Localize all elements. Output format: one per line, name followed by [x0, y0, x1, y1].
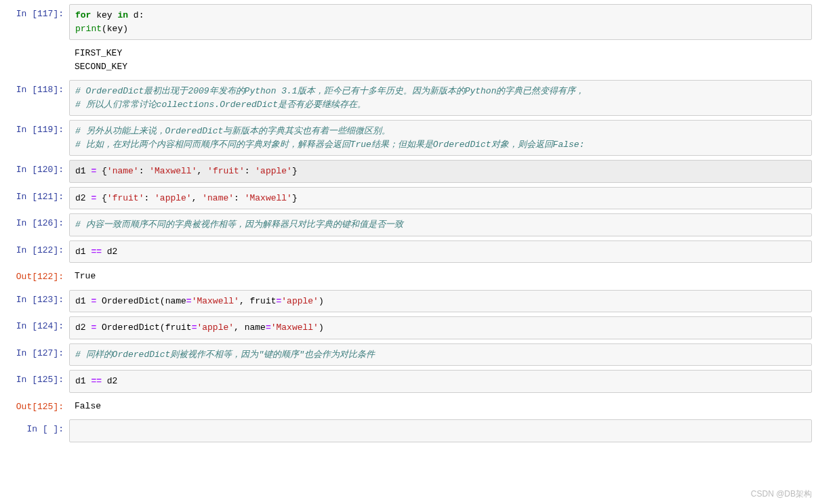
code-token: { — [96, 166, 107, 176]
code-token: : — [139, 166, 150, 176]
code-token: , name — [234, 322, 266, 333]
code-token: d2 — [75, 193, 91, 203]
output-prompt: Out[122]: — [4, 267, 69, 286]
code-input[interactable]: # 同样的OrderedDict则被视作不相等，因为"键的顺序"也会作为对比条件 — [69, 343, 812, 366]
code-token: : — [245, 166, 256, 176]
code-token: 'Maxwell' — [245, 193, 292, 203]
code-input[interactable]: # 另外从功能上来说，OrderedDict与新版本的字典其实也有着一些细微区别… — [69, 120, 812, 156]
code-token: # 另外从功能上来说，OrderedDict与新版本的字典其实也有着一些细微区别… — [75, 126, 390, 136]
input-prompt: In [ ]: — [4, 419, 69, 442]
input-cell: In [124]:d2 = OrderedDict(fruit='apple',… — [4, 316, 812, 339]
code-token: print — [75, 24, 102, 34]
code-input[interactable] — [69, 419, 812, 442]
code-token: = — [186, 296, 192, 306]
code-token: # OrderedDict最初出现于2009年发布的Python 3.1版本，距… — [75, 86, 584, 96]
output-cell: FIRST_KEY SECOND_KEY — [4, 44, 812, 76]
code-token: } — [292, 193, 298, 203]
input-prompt: In [122]: — [4, 240, 69, 264]
code-token: # 所以人们常常讨论collections.OrderedDict是否有必要继续… — [75, 100, 366, 110]
code-token: d2 — [102, 247, 117, 257]
code-token: , fruit — [239, 296, 277, 306]
code-token: (key) — [102, 24, 128, 34]
result-cell: Out[125]:False — [4, 397, 812, 416]
input-prompt: In [123]: — [4, 290, 69, 313]
code-token: d1 — [75, 247, 91, 257]
code-token: 'apple' — [255, 166, 292, 176]
code-input[interactable]: d1 = OrderedDict(name='Maxwell', fruit='… — [69, 290, 812, 313]
code-token: = — [266, 322, 271, 333]
code-token: 'apple' — [197, 322, 234, 333]
code-token: # 同样的OrderedDict则被视作不相等，因为"键的顺序"也会作为对比条件 — [75, 350, 375, 360]
code-token: d1 — [75, 296, 91, 306]
code-token: 'Maxwell' — [149, 166, 197, 176]
input-prompt: In [126]: — [4, 213, 69, 236]
code-input[interactable]: d2 = {'fruit': 'apple', 'name': 'Maxwell… — [69, 187, 812, 210]
code-token: ) — [319, 322, 324, 333]
code-token: , — [192, 193, 203, 203]
code-token: { — [96, 193, 107, 203]
code-input[interactable]: d1 == d2 — [69, 240, 812, 264]
code-token: : — [144, 193, 155, 203]
input-prompt: In [119]: — [4, 120, 69, 156]
code-token: d1 — [75, 376, 91, 386]
input-prompt: In [127]: — [4, 343, 69, 366]
code-token: # 比如，在对比两个内容相同而顺序不同的字典对象时，解释器会返回True结果；但… — [75, 140, 584, 150]
code-input[interactable]: d1 = {'name': 'Maxwell', 'fruit': 'apple… — [69, 160, 812, 183]
result-text: False — [69, 397, 812, 416]
result-cell: Out[122]:True — [4, 267, 812, 286]
code-token: ) — [319, 296, 324, 306]
output-prompt — [4, 44, 69, 76]
code-token: OrderedDict(fruit — [96, 322, 191, 333]
code-token: 'apple' — [155, 193, 192, 203]
code-token: key — [96, 10, 112, 20]
code-token: 'Maxwell' — [192, 296, 239, 306]
input-prompt: In [124]: — [4, 316, 69, 339]
code-token: } — [292, 166, 298, 176]
code-token: OrderedDict(name — [96, 296, 186, 306]
code-token: 'apple' — [281, 296, 319, 306]
code-input[interactable]: # 内容一致而顺序不同的字典被视作相等，因为解释器只对比字典的键和值是否一致 — [69, 213, 812, 236]
input-cell: In [119]:# 另外从功能上来说，OrderedDict与新版本的字典其实… — [4, 120, 812, 156]
code-token: == — [91, 247, 102, 257]
input-cell: In [117]:for key in d: print(key) — [4, 4, 812, 40]
code-token: for — [75, 10, 91, 20]
notebook-container: In [117]:for key in d: print(key)FIRST_K… — [4, 4, 812, 442]
result-text: True — [69, 267, 812, 286]
input-prompt: In [125]: — [4, 370, 69, 393]
input-cell: In [125]:d1 == d2 — [4, 370, 812, 393]
input-prompt: In [117]: — [4, 4, 69, 40]
code-token: d1 — [75, 166, 91, 176]
code-input[interactable]: d2 = OrderedDict(fruit='apple', name='Ma… — [69, 316, 812, 339]
input-cell: In [127]:# 同样的OrderedDict则被视作不相等，因为"键的顺序… — [4, 343, 812, 366]
input-cell: In [ ]: — [4, 419, 812, 442]
code-token: : — [234, 193, 245, 203]
input-prompt: In [120]: — [4, 160, 69, 183]
code-token: d2 — [102, 376, 117, 386]
stdout-text: FIRST_KEY SECOND_KEY — [69, 44, 812, 76]
code-token — [128, 10, 134, 20]
code-token: 'fruit' — [107, 193, 144, 203]
input-cell: In [123]:d1 = OrderedDict(name='Maxwell'… — [4, 290, 812, 313]
input-cell: In [126]:# 内容一致而顺序不同的字典被视作相等，因为解释器只对比字典的… — [4, 213, 812, 236]
code-token: in — [117, 10, 128, 20]
code-input[interactable]: # OrderedDict最初出现于2009年发布的Python 3.1版本，距… — [69, 80, 812, 116]
code-token: 'fruit' — [207, 166, 245, 176]
input-cell: In [120]:d1 = {'name': 'Maxwell', 'fruit… — [4, 160, 812, 183]
code-input[interactable]: for key in d: print(key) — [69, 4, 812, 40]
input-cell: In [118]:# OrderedDict最初出现于2009年发布的Pytho… — [4, 80, 812, 116]
code-input[interactable]: d1 == d2 — [69, 370, 812, 393]
input-prompt: In [121]: — [4, 187, 69, 210]
code-token: 'name' — [202, 193, 234, 203]
code-token: == — [91, 376, 102, 386]
input-cell: In [121]:d2 = {'fruit': 'apple', 'name':… — [4, 187, 812, 210]
code-token: d: — [134, 10, 144, 20]
output-prompt: Out[125]: — [4, 397, 69, 416]
input-prompt: In [118]: — [4, 80, 69, 116]
code-token: 'Maxwell' — [271, 322, 319, 333]
code-token: d2 — [75, 322, 91, 333]
code-token: # 内容一致而顺序不同的字典被视作相等，因为解释器只对比字典的键和值是否一致 — [75, 219, 403, 230]
code-token: 'name' — [107, 166, 139, 176]
code-token: , — [197, 166, 207, 176]
input-cell: In [122]:d1 == d2 — [4, 240, 812, 264]
